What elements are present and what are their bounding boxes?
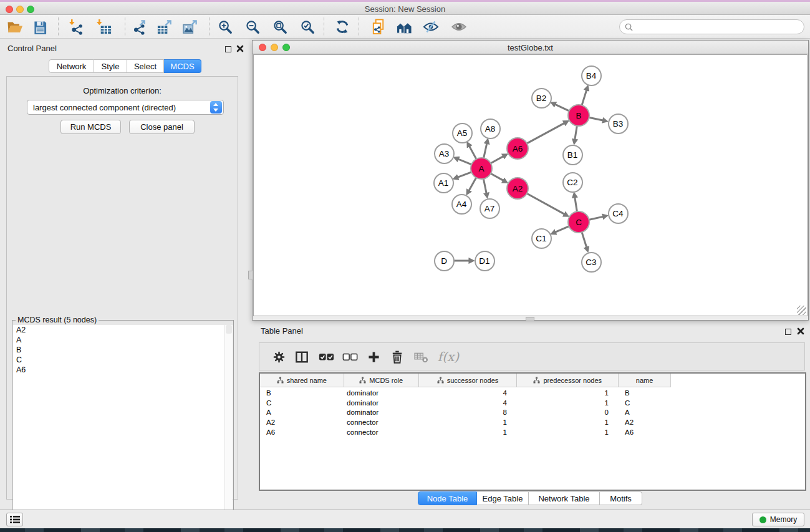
graph-node-A[interactable]: A: [470, 157, 493, 180]
memory-button[interactable]: Memory: [752, 513, 804, 526]
tab-style[interactable]: Style: [94, 59, 127, 73]
table-cell[interactable]: 1: [419, 418, 518, 428]
graph-node-C4[interactable]: C4: [608, 203, 629, 224]
graph-node-C1[interactable]: C1: [531, 228, 552, 249]
table-cell[interactable]: 1: [518, 399, 619, 409]
mcds-result-item[interactable]: A: [13, 335, 224, 345]
graph-node-A4[interactable]: A4: [451, 194, 472, 215]
table-row[interactable]: Cdominator41C: [260, 399, 805, 409]
graph-node-A3[interactable]: A3: [434, 143, 455, 164]
graph-node-A8[interactable]: A8: [480, 118, 501, 139]
gear-icon[interactable]: [269, 348, 288, 365]
import-table-icon[interactable]: [94, 17, 114, 36]
plus-icon[interactable]: [364, 348, 383, 365]
export-table-icon[interactable]: [155, 17, 175, 36]
double-house-icon[interactable]: [394, 17, 414, 36]
graph-node-B3[interactable]: B3: [608, 114, 629, 134]
table-cell[interactable]: A2: [260, 418, 344, 428]
graph-node-C2[interactable]: C2: [562, 172, 583, 193]
mcds-result-item[interactable]: C: [13, 355, 224, 365]
zoom-in-icon[interactable]: [215, 17, 235, 36]
zoom-selected-icon[interactable]: [297, 17, 317, 36]
search-field[interactable]: [619, 19, 804, 34]
mcds-result-item[interactable]: A2: [13, 325, 224, 335]
save-floppy-icon[interactable]: [30, 17, 50, 36]
eye-slash-icon[interactable]: [421, 17, 441, 36]
table-row[interactable]: A6connector11A6: [260, 428, 805, 438]
table-row[interactable]: A2connector11A2: [260, 418, 805, 428]
copy-pages-icon[interactable]: [369, 17, 388, 36]
graph-node-A7[interactable]: A7: [480, 198, 500, 219]
graph-node-B4[interactable]: B4: [581, 65, 602, 86]
graph-node-A2[interactable]: A2: [506, 177, 529, 200]
export-image-icon[interactable]: [180, 17, 200, 36]
table-cell[interactable]: B: [260, 389, 344, 399]
network-canvas[interactable]: B4B2BB3A8A5A6A3B1AA1C2A2A4A7C4CC1C3DD1: [253, 54, 808, 316]
table-row[interactable]: Bdominator41B: [260, 389, 805, 399]
criterion-select[interactable]: largest connected component (directed): [27, 100, 224, 115]
column-header-mcds-role[interactable]: MCDS role: [344, 374, 419, 387]
close-panel-icon[interactable]: [797, 327, 804, 335]
graph-node-B1[interactable]: B1: [562, 145, 583, 165]
search-input[interactable]: [636, 21, 798, 32]
zoom-out-icon[interactable]: [243, 17, 263, 36]
tab-network-table[interactable]: Network Table: [529, 491, 600, 505]
table-cell[interactable]: dominator: [344, 389, 419, 399]
table-cell[interactable]: B: [619, 389, 671, 399]
close-panel-button[interactable]: Close panel: [129, 120, 195, 134]
import-network-icon[interactable]: [66, 17, 86, 36]
graph-node-A5[interactable]: A5: [452, 123, 473, 143]
table-cell[interactable]: C: [260, 399, 344, 409]
graph-node-B2[interactable]: B2: [531, 88, 552, 109]
tab-edge-table[interactable]: Edge Table: [477, 491, 529, 505]
export-network-icon[interactable]: [130, 17, 150, 36]
function-fx-icon[interactable]: f(x): [435, 348, 461, 365]
tab-motifs[interactable]: Motifs: [600, 491, 642, 505]
trash-icon[interactable]: [388, 348, 407, 365]
network-window-titlebar[interactable]: testGlobe.txt: [253, 41, 808, 54]
table-cell[interactable]: dominator: [344, 399, 419, 409]
circular-arrows-icon[interactable]: [332, 17, 352, 36]
table-cell[interactable]: 0: [518, 408, 619, 418]
column-header-shared-name[interactable]: shared name: [260, 374, 344, 387]
graph-node-D[interactable]: D: [434, 251, 455, 271]
graph-node-D1[interactable]: D1: [475, 251, 495, 271]
graph-node-C[interactable]: C: [567, 211, 590, 233]
table-cell[interactable]: 1: [518, 418, 619, 428]
close-panel-icon[interactable]: [236, 45, 244, 52]
table-cell[interactable]: A2: [619, 418, 671, 428]
float-panel-icon[interactable]: [785, 329, 791, 335]
unchecked-boxes-icon[interactable]: [340, 348, 359, 365]
splitter-handle[interactable]: [526, 317, 534, 321]
checked-boxes-icon[interactable]: [317, 348, 335, 365]
zoom-fit-icon[interactable]: [270, 17, 290, 36]
tab-node-table[interactable]: Node Table: [418, 491, 477, 505]
table-cell[interactable]: A: [619, 408, 671, 418]
table-cell[interactable]: 8: [419, 408, 518, 418]
run-mcds-button[interactable]: Run MCDS: [60, 120, 121, 134]
table-cell[interactable]: dominator: [344, 408, 419, 418]
graph-node-C3[interactable]: C3: [581, 252, 602, 273]
mcds-result-item[interactable]: A6: [13, 365, 224, 375]
column-header-name[interactable]: name: [619, 374, 670, 387]
table-cell[interactable]: A: [260, 408, 344, 418]
table-cell[interactable]: A6: [260, 428, 344, 438]
eye-icon[interactable]: [449, 17, 469, 36]
scrollbar[interactable]: [224, 325, 233, 531]
table-cell[interactable]: connector: [344, 428, 419, 438]
mcds-result-item[interactable]: B: [13, 345, 224, 355]
open-folder-icon[interactable]: [5, 17, 25, 36]
table-cell[interactable]: connector: [344, 418, 419, 428]
table-cell[interactable]: C: [619, 399, 671, 409]
graph-node-A6[interactable]: A6: [506, 137, 529, 160]
task-list-button[interactable]: [6, 513, 23, 526]
table-cell[interactable]: 1: [419, 428, 518, 438]
float-panel-icon[interactable]: [225, 46, 231, 52]
delete-table-icon[interactable]: [412, 348, 430, 365]
graph-node-B[interactable]: B: [567, 104, 590, 127]
column-header-predecessor-nodes[interactable]: predecessor nodes: [517, 374, 619, 387]
table-cell[interactable]: 4: [419, 399, 518, 409]
tab-select[interactable]: Select: [127, 59, 164, 73]
table-cell[interactable]: A6: [619, 428, 671, 438]
tab-network[interactable]: Network: [49, 59, 94, 73]
